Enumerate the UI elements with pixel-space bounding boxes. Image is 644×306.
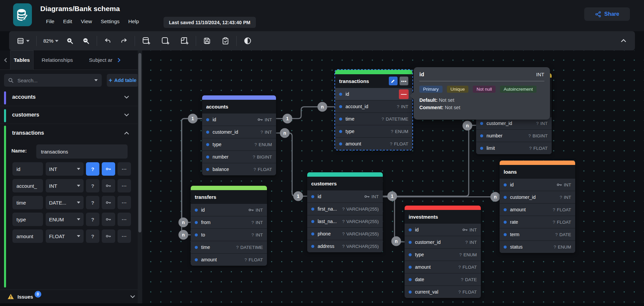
table-header[interactable]: investments [405,210,481,223]
field-row[interactable]: balance?FLOAT [202,163,276,175]
field-row[interactable]: number?BIGINT [476,129,552,142]
save-button[interactable] [201,35,213,46]
sidebar-item-accounts[interactable]: accounts [0,90,138,106]
tab-tables[interactable]: Tables [10,50,34,70]
menu-help[interactable]: Help [124,17,143,26]
field-options-button[interactable]: ··· [118,179,131,192]
edit-table-button[interactable] [389,77,398,85]
table-header[interactable]: customers [307,177,383,190]
field-row[interactable]: status?ENUM [500,241,575,253]
primary-key-toggle-button[interactable] [102,213,115,226]
diagram-table-investments[interactable]: investmentsidINTcustomer_id?INTtype?ENUM… [405,206,481,298]
field-row[interactable]: number?BIGINT [202,150,276,163]
field-name-input[interactable]: type [12,213,43,226]
diagram-table-transactions[interactable]: transactions•••id—account_id?INTtime?DAT… [335,70,412,150]
field-row[interactable]: time?DATETIME [191,241,267,253]
field-type-select[interactable]: DATE... [46,196,84,209]
chevron-up-icon[interactable] [124,132,129,135]
field-row[interactable]: idINT [202,113,276,126]
field-name-input[interactable]: time [12,196,43,209]
field-row[interactable]: amount?FLOAT [191,253,267,266]
tab-relationships[interactable]: Relationships [38,50,76,70]
field-row[interactable]: account_id?INT [335,100,412,113]
search-input[interactable] [17,78,81,83]
field-row[interactable]: idINT [405,223,481,236]
primary-key-toggle-button[interactable] [102,229,115,243]
field-type-select[interactable]: INT [46,179,84,192]
field-row[interactable]: current_val?FLOAT [405,286,481,298]
field-row[interactable]: term?DATE [500,228,575,241]
table-search[interactable] [4,74,102,87]
share-button[interactable]: Share [584,7,630,21]
tabs-scroll-left-icon[interactable] [3,57,8,63]
tabs-scroll-right-icon[interactable] [117,57,121,63]
toolbar-collapse-button[interactable] [619,37,628,45]
table-name-input[interactable] [36,144,128,159]
add-table-tool-button[interactable] [140,35,152,47]
field-row[interactable]: customer_id?INT [202,126,276,138]
field-row[interactable]: id— [335,88,412,100]
add-area-tool-button[interactable] [159,35,171,47]
field-row[interactable]: rate?FLOAT [500,216,575,228]
chevron-down-icon[interactable] [124,114,129,117]
chevron-down-icon[interactable] [124,96,129,99]
tab-subject-areas[interactable]: Subject ar [86,50,116,70]
header-layout-button[interactable] [15,36,31,46]
field-row[interactable]: time?DATETIME [335,113,412,125]
zoom-out-button[interactable] [81,36,91,46]
scrollbar-thumb[interactable] [138,53,141,232]
nullable-toggle-button[interactable]: ? [86,213,99,226]
field-row[interactable]: phone?VARCHAR(255) [307,227,383,240]
diagram-table-transfers[interactable]: transfersidINTfrom?INTto?INTtime?DATETIM… [191,186,267,266]
undo-button[interactable] [102,36,113,46]
field-row[interactable]: customer_id?INT [500,191,575,203]
table-options-button[interactable]: ••• [400,77,408,85]
menu-edit[interactable]: Edit [59,17,77,26]
zoom-level-button[interactable]: 82% [42,37,60,45]
theme-toggle-button[interactable] [242,35,253,46]
field-row[interactable]: idINT [307,190,383,203]
table-header[interactable]: accounts [202,100,276,113]
nullable-toggle-button[interactable]: ? [86,229,99,243]
todo-button[interactable] [220,35,231,46]
field-row[interactable]: date?DATE [405,273,481,286]
primary-key-toggle-button[interactable] [102,162,115,176]
field-row[interactable]: idINT [191,204,267,216]
table-list-name[interactable]: transactions [12,130,44,136]
field-row[interactable]: type?ENUM [202,138,276,150]
field-name-input[interactable]: id [12,162,43,176]
add-note-tool-button[interactable] [179,35,190,47]
field-options-button[interactable]: ··· [118,196,131,209]
diagram-table-accounts[interactable]: accountsidINTcustomer_id?INTtype?ENUMnum… [202,95,276,175]
issues-bar[interactable]: Issues 0 [0,290,142,303]
field-row[interactable]: amount?FLOAT [500,203,575,216]
delete-field-button[interactable]: — [399,89,409,99]
zoom-in-button[interactable] [64,36,75,46]
field-row[interactable]: customer_id?INT [405,236,481,248]
menu-settings[interactable]: Settings [96,17,124,26]
field-row[interactable]: limit?FLOAT [476,142,552,154]
nullable-toggle-button[interactable]: ? [86,196,99,209]
table-header[interactable]: transfers [191,190,267,204]
table-header[interactable]: loans [500,165,575,178]
primary-key-toggle-button[interactable] [102,179,115,192]
add-table-button[interactable]: + Add table [107,74,138,87]
field-options-button[interactable]: ··· [118,229,131,243]
field-row[interactable]: type?ENUM [405,248,481,261]
field-row[interactable]: type?ENUM [335,125,412,137]
field-row[interactable]: first_na...?VARCHAR(255) [307,203,383,215]
field-row[interactable]: amount?FLOAT [405,261,481,273]
field-name-input[interactable]: account_ [12,179,43,192]
field-name-input[interactable]: amount [12,229,43,243]
table-header[interactable]: transactions••• [335,74,412,88]
drawdb-logo-icon[interactable] [13,3,32,26]
menu-view[interactable]: View [77,17,96,26]
field-row[interactable]: idINT [500,178,575,191]
redo-button[interactable] [119,36,129,46]
diagram-table-customers[interactable]: customersidINTfirst_na...?VARCHAR(255)la… [307,172,383,252]
sidebar-item-customers[interactable]: customers [0,107,138,124]
field-type-select[interactable]: INT [46,162,84,176]
chevron-down-icon[interactable] [130,295,135,298]
nullable-toggle-button[interactable]: ? [86,162,99,176]
search-dropdown-caret-icon[interactable] [94,79,98,81]
